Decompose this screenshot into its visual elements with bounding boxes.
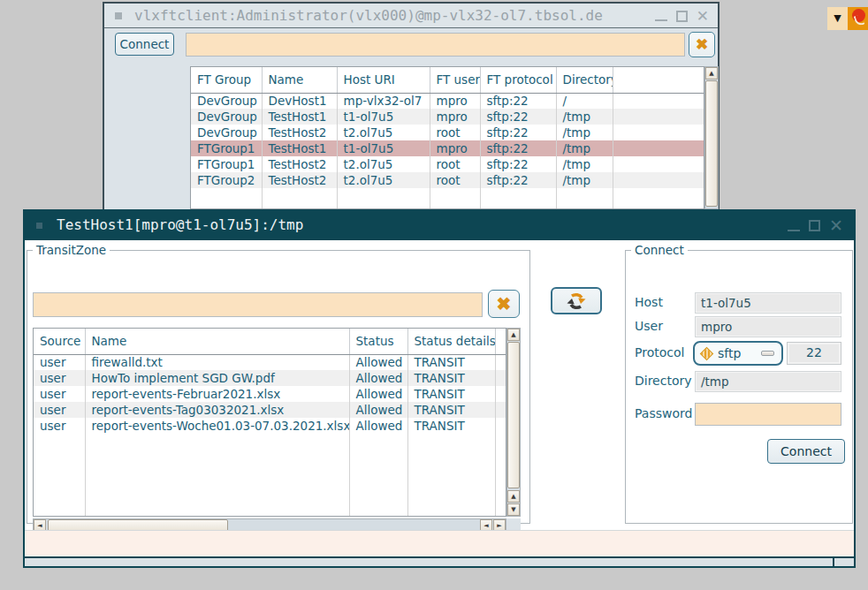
table-row[interactable]: DevGroupTestHost1t1-ol7u5mprosftp:22/tmp <box>191 109 704 125</box>
scrollbar-thumb[interactable] <box>705 80 718 207</box>
vlxftclient-toolbar: Connect ✖ <box>104 28 718 62</box>
window-menu-icon[interactable] <box>115 12 122 19</box>
table-row[interactable]: DevGroupTestHost2t2.ol7u5rootsftp:22/tmp <box>191 125 704 140</box>
table-row[interactable]: userHowTo implement SGD GW.pdfAllowedTRA… <box>34 370 506 386</box>
scroll-up-button[interactable]: ▲ <box>705 67 718 79</box>
close-button[interactable]: ✕ <box>697 9 709 24</box>
table-cell: TRANSIT <box>407 370 495 386</box>
host-filter-input[interactable] <box>186 33 685 57</box>
window-menu-icon[interactable] <box>36 223 42 229</box>
column-header[interactable]: FT protocol <box>480 67 556 93</box>
clear-filter-button[interactable]: ✖ <box>488 290 520 318</box>
directory-field: /tmp <box>695 371 841 392</box>
table-cell: sftp:22 <box>480 109 556 125</box>
host-table-vscrollbar[interactable]: ▲ <box>704 66 719 209</box>
tray-app-icon[interactable] <box>848 7 868 30</box>
table-cell: FTGroup1 <box>191 156 262 172</box>
empty-row <box>34 481 506 497</box>
table-cell: FTGroup2 <box>191 172 262 188</box>
empty-cell <box>349 513 407 517</box>
minimize-button[interactable] <box>655 19 667 21</box>
column-header[interactable]: Name <box>85 329 349 354</box>
empty-cell <box>349 481 407 497</box>
table-cell: mpro <box>430 93 480 109</box>
table-cell: user <box>34 370 85 386</box>
empty-row <box>34 465 506 481</box>
vlxftclient-titlebar[interactable]: vlxftclient:Administrator(vlx000)@mp-vlx… <box>104 4 718 28</box>
empty-row <box>34 450 506 465</box>
empty-row <box>34 497 506 513</box>
table-cell: Allowed <box>349 418 407 434</box>
empty-cell <box>407 513 495 517</box>
table-cell: /tmp <box>556 109 613 125</box>
table-cell <box>495 386 506 402</box>
column-header[interactable]: FT Group <box>191 67 262 93</box>
port-field[interactable]: 22 <box>787 342 841 365</box>
table-cell: user <box>34 418 85 434</box>
empty-cell <box>349 497 407 513</box>
close-button[interactable]: ✕ <box>829 218 843 233</box>
column-filler <box>613 67 704 93</box>
table-cell: sftp:22 <box>480 140 556 156</box>
scroll-down-button[interactable]: ▼ <box>507 503 520 516</box>
table-row[interactable]: userreport-events-Woche01.03-07.03.2021.… <box>34 418 506 434</box>
table-row[interactable]: FTGroup1TestHost2t2.ol7u5rootsftp:22/tmp <box>191 156 704 172</box>
table-row[interactable]: FTGroup2TestHost2t2.ol7u5rootsftp:22/tmp <box>191 172 704 188</box>
table-cell: user <box>34 386 85 402</box>
table-cell: Allowed <box>349 370 407 386</box>
table-cell: t1-ol7u5 <box>337 109 430 125</box>
password-field[interactable] <box>695 403 841 426</box>
table-cell: t2.ol7u5 <box>337 125 430 140</box>
table-row[interactable]: DevGroupDevHost1mp-vlx32-ol7mprosftp:22/ <box>191 93 704 109</box>
table-cell <box>495 354 506 370</box>
protocol-value: sftp <box>718 346 741 360</box>
empty-cell <box>407 465 495 481</box>
tray-dropdown-icon[interactable]: ▼ <box>827 7 848 30</box>
empty-cell <box>556 188 613 204</box>
table-cell: /tmp <box>556 125 613 140</box>
table-row[interactable]: FTGroup1TestHost1t1-ol7u5mprosftp:22/tmp <box>191 140 704 156</box>
file-filter-input[interactable] <box>33 292 483 317</box>
table-row[interactable]: userreport-events-Februar2021.xlsxAllowe… <box>34 386 506 402</box>
minimize-button[interactable] <box>788 230 800 231</box>
column-header[interactable]: Host URI <box>337 67 430 93</box>
table-cell: report-events-Woche01.03-07.03.2021.xlsx <box>85 418 349 434</box>
empty-cell <box>349 465 407 481</box>
table-cell: mp-vlx32-ol7 <box>337 93 430 109</box>
empty-cell <box>349 450 407 465</box>
file-table: SourceNameStatusStatus details userfirew… <box>33 328 506 517</box>
refresh-button[interactable] <box>551 287 602 314</box>
empty-cell <box>407 434 495 450</box>
column-header[interactable]: Directory <box>556 67 613 93</box>
table-cell: t2.ol7u5 <box>337 156 430 172</box>
window-title: TestHost1[mpro@t1-ol7u5]:/tmp <box>57 211 303 239</box>
connect-button[interactable]: Connect <box>767 439 845 464</box>
protocol-dropdown[interactable]: sftp <box>693 341 783 366</box>
connect-button[interactable]: Connect <box>115 33 174 56</box>
empty-cell <box>495 497 506 513</box>
clear-filter-button[interactable]: ✖ <box>689 32 715 57</box>
table-cell: TRANSIT <box>407 418 495 434</box>
table-cell: sftp:22 <box>480 125 556 140</box>
scroll-up-button[interactable]: ▲ <box>507 329 520 341</box>
desktop: vlxftclient:Administrator(vlx000)@mp-vlx… <box>0 0 868 590</box>
file-table-vscrollbar[interactable]: ▲ ▲ ▼ <box>506 328 521 517</box>
table-row[interactable]: userreport-events-Tag03032021.xlsxAllowe… <box>34 402 506 418</box>
protocol-label: Protocol <box>635 345 684 359</box>
maximize-button[interactable] <box>809 220 820 231</box>
scroll-up-button[interactable]: ▲ <box>507 490 520 503</box>
table-cell <box>495 402 506 418</box>
column-header[interactable]: Name <box>262 67 337 93</box>
session-titlebar[interactable]: TestHost1[mpro@t1-ol7u5]:/tmp ✕ <box>25 211 854 240</box>
column-header[interactable]: Status <box>349 329 407 354</box>
table-row[interactable]: userfirewalld.txtAllowedTRANSIT <box>34 354 506 370</box>
column-header[interactable]: FT user <box>430 67 480 93</box>
empty-cell <box>337 188 430 204</box>
table-cell: TestHost1 <box>262 140 337 156</box>
column-header[interactable]: Status details <box>407 329 495 354</box>
empty-cell <box>34 465 85 481</box>
maximize-button[interactable] <box>676 11 688 22</box>
table-cell: DevGroup <box>191 109 262 125</box>
column-header[interactable]: Source <box>34 329 85 354</box>
scrollbar-thumb[interactable] <box>507 342 520 488</box>
